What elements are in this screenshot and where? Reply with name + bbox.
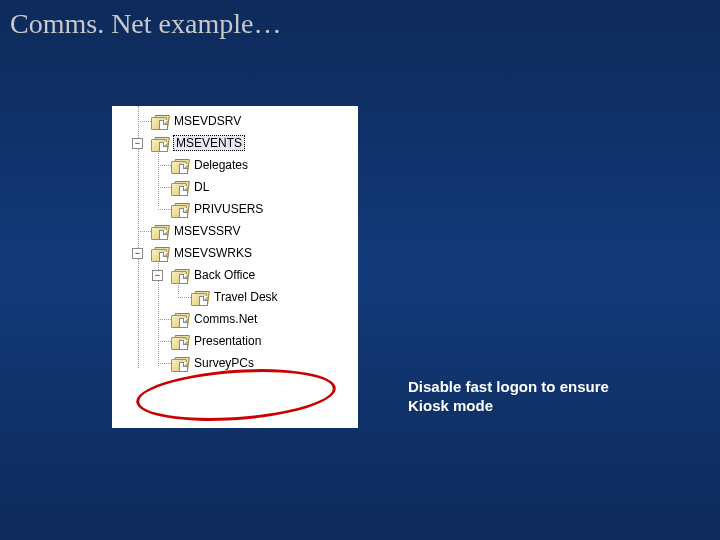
tree-node-msevssrv[interactable]: MSEVSSRV <box>112 220 358 242</box>
tree-node-travel-desk[interactable]: Travel Desk <box>112 286 358 308</box>
folder-icon <box>151 114 169 129</box>
folder-icon <box>171 356 189 371</box>
folder-icon <box>171 202 189 217</box>
node-label: Delegates <box>193 158 249 172</box>
tree-node-dl[interactable]: DL <box>112 176 358 198</box>
tree-panel: MSEVDSRV − MSEVENTS Delegates DL P <box>112 106 358 428</box>
tree-node-msevdsrv[interactable]: MSEVDSRV <box>112 110 358 132</box>
tree-node-comms-net[interactable]: Comms.Net <box>112 308 358 330</box>
node-label: DL <box>193 180 210 194</box>
node-label: Presentation <box>193 334 262 348</box>
tree-node-back-office[interactable]: − Back Office <box>112 264 358 286</box>
node-label: MSEVDSRV <box>173 114 242 128</box>
collapse-button[interactable]: − <box>132 138 143 149</box>
folder-icon <box>151 136 169 151</box>
node-label: Comms.Net <box>193 312 258 326</box>
tree-node-msevswrks[interactable]: − MSEVSWRKS <box>112 242 358 264</box>
annotation-text: Disable fast logon to ensure Kiosk mode <box>408 378 638 416</box>
folder-icon <box>171 312 189 327</box>
collapse-button[interactable]: − <box>132 248 143 259</box>
tree-node-privusers[interactable]: PRIVUSERS <box>112 198 358 220</box>
collapse-button[interactable]: − <box>152 270 163 281</box>
folder-icon <box>151 224 169 239</box>
tree-node-msevents[interactable]: − MSEVENTS <box>112 132 358 154</box>
node-label: SurveyPCs <box>193 356 255 370</box>
node-label: Back Office <box>193 268 256 282</box>
folder-icon <box>191 290 209 305</box>
folder-icon <box>151 246 169 261</box>
node-label: PRIVUSERS <box>193 202 264 216</box>
node-label: MSEVENTS <box>173 135 245 151</box>
tree-node-delegates[interactable]: Delegates <box>112 154 358 176</box>
folder-icon <box>171 334 189 349</box>
tree-node-presentation[interactable]: Presentation <box>112 330 358 352</box>
tree-node-surveypcs[interactable]: SurveyPCs <box>112 352 358 374</box>
folder-icon <box>171 268 189 283</box>
folder-tree[interactable]: MSEVDSRV − MSEVENTS Delegates DL P <box>112 106 358 374</box>
slide-title: Comms. Net example… <box>10 8 281 40</box>
node-label: MSEVSWRKS <box>173 246 253 260</box>
folder-icon <box>171 158 189 173</box>
node-label: Travel Desk <box>213 290 279 304</box>
folder-icon <box>171 180 189 195</box>
node-label: MSEVSSRV <box>173 224 241 238</box>
